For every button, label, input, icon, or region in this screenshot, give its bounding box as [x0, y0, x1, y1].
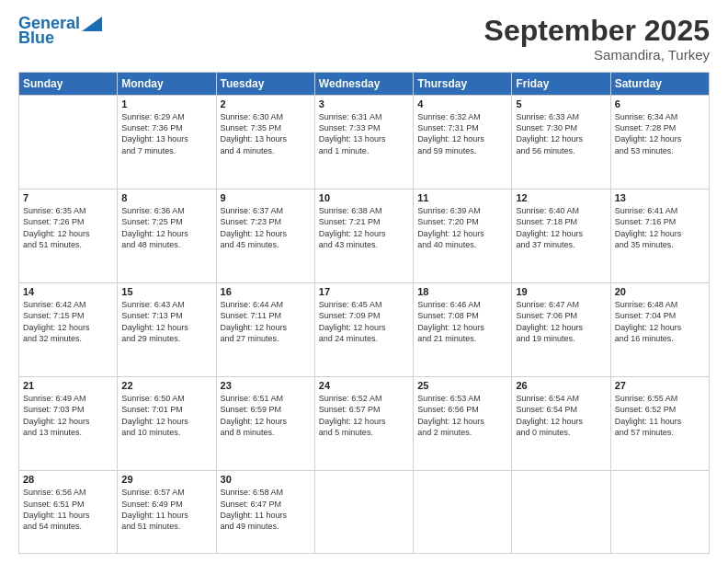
month-title: September 2025	[484, 15, 710, 47]
calendar-cell: 6Sunrise: 6:34 AM Sunset: 7:28 PM Daylig…	[610, 96, 709, 190]
day-number: 2	[221, 98, 311, 109]
day-number: 6	[615, 98, 705, 109]
cell-info: Sunrise: 6:46 AM Sunset: 7:08 PM Dayligh…	[417, 299, 507, 344]
calendar-cell: 19Sunrise: 6:47 AM Sunset: 7:06 PM Dayli…	[512, 283, 610, 377]
calendar-cell	[19, 96, 118, 190]
calendar-week-2: 7Sunrise: 6:35 AM Sunset: 7:26 PM Daylig…	[19, 190, 710, 283]
cell-info: Sunrise: 6:30 AM Sunset: 7:35 PM Dayligh…	[221, 111, 311, 156]
calendar-cell: 4Sunrise: 6:32 AM Sunset: 7:31 PM Daylig…	[414, 96, 512, 190]
title-block: September 2025 Samandira, Turkey	[484, 15, 710, 63]
header: General Blue September 2025 Samandira, T…	[18, 15, 710, 63]
cell-info: Sunrise: 6:45 AM Sunset: 7:09 PM Dayligh…	[319, 299, 409, 344]
calendar-cell	[610, 471, 709, 554]
svg-marker-0	[82, 17, 102, 31]
day-number: 9	[221, 192, 311, 203]
day-number: 15	[121, 286, 211, 297]
calendar-cell: 2Sunrise: 6:30 AM Sunset: 7:35 PM Daylig…	[216, 96, 314, 190]
calendar-cell: 15Sunrise: 6:43 AM Sunset: 7:13 PM Dayli…	[118, 283, 216, 377]
location-subtitle: Samandira, Turkey	[484, 47, 710, 63]
day-number: 16	[221, 286, 311, 297]
day-number: 17	[319, 286, 409, 297]
calendar-cell: 5Sunrise: 6:33 AM Sunset: 7:30 PM Daylig…	[512, 96, 610, 190]
calendar-cell: 14Sunrise: 6:42 AM Sunset: 7:15 PM Dayli…	[19, 283, 118, 377]
day-number: 1	[121, 98, 211, 109]
cell-info: Sunrise: 6:38 AM Sunset: 7:21 PM Dayligh…	[319, 205, 409, 250]
calendar-cell: 18Sunrise: 6:46 AM Sunset: 7:08 PM Dayli…	[414, 283, 512, 377]
cell-info: Sunrise: 6:56 AM Sunset: 6:51 PM Dayligh…	[23, 487, 113, 532]
cell-info: Sunrise: 6:39 AM Sunset: 7:20 PM Dayligh…	[417, 205, 507, 250]
day-number: 21	[23, 380, 113, 391]
cell-info: Sunrise: 6:53 AM Sunset: 6:56 PM Dayligh…	[417, 393, 507, 438]
col-friday: Friday	[512, 73, 610, 96]
day-number: 8	[121, 192, 211, 203]
cell-info: Sunrise: 6:34 AM Sunset: 7:28 PM Dayligh…	[615, 111, 705, 156]
day-number: 26	[516, 380, 606, 391]
day-number: 3	[319, 98, 409, 109]
day-number: 5	[516, 98, 606, 109]
day-number: 24	[319, 380, 409, 391]
calendar-cell: 7Sunrise: 6:35 AM Sunset: 7:26 PM Daylig…	[19, 190, 118, 283]
logo-blue-text: Blue	[18, 29, 54, 48]
day-number: 11	[417, 192, 507, 203]
day-number: 29	[121, 474, 211, 485]
cell-info: Sunrise: 6:50 AM Sunset: 7:01 PM Dayligh…	[121, 393, 211, 438]
day-number: 13	[615, 192, 705, 203]
calendar-week-3: 14Sunrise: 6:42 AM Sunset: 7:15 PM Dayli…	[19, 283, 710, 377]
day-number: 28	[23, 474, 113, 485]
calendar-cell: 3Sunrise: 6:31 AM Sunset: 7:33 PM Daylig…	[314, 96, 413, 190]
calendar-cell: 24Sunrise: 6:52 AM Sunset: 6:57 PM Dayli…	[314, 377, 413, 471]
cell-info: Sunrise: 6:37 AM Sunset: 7:23 PM Dayligh…	[221, 205, 311, 250]
day-number: 14	[23, 286, 113, 297]
cell-info: Sunrise: 6:52 AM Sunset: 6:57 PM Dayligh…	[319, 393, 409, 438]
calendar-week-1: 1Sunrise: 6:29 AM Sunset: 7:36 PM Daylig…	[19, 96, 710, 190]
cell-info: Sunrise: 6:49 AM Sunset: 7:03 PM Dayligh…	[23, 393, 113, 438]
cell-info: Sunrise: 6:40 AM Sunset: 7:18 PM Dayligh…	[516, 205, 606, 250]
day-number: 19	[516, 286, 606, 297]
col-tuesday: Tuesday	[216, 73, 314, 96]
cell-info: Sunrise: 6:41 AM Sunset: 7:16 PM Dayligh…	[615, 205, 705, 250]
calendar-cell: 1Sunrise: 6:29 AM Sunset: 7:36 PM Daylig…	[118, 96, 216, 190]
cell-info: Sunrise: 6:42 AM Sunset: 7:15 PM Dayligh…	[23, 299, 113, 344]
cell-info: Sunrise: 6:36 AM Sunset: 7:25 PM Dayligh…	[121, 205, 211, 250]
calendar-cell: 28Sunrise: 6:56 AM Sunset: 6:51 PM Dayli…	[19, 471, 118, 554]
cell-info: Sunrise: 6:44 AM Sunset: 7:11 PM Dayligh…	[221, 299, 311, 344]
calendar-cell	[314, 471, 413, 554]
calendar-cell: 8Sunrise: 6:36 AM Sunset: 7:25 PM Daylig…	[118, 190, 216, 283]
cell-info: Sunrise: 6:33 AM Sunset: 7:30 PM Dayligh…	[516, 111, 606, 156]
page: General Blue September 2025 Samandira, T…	[0, 0, 728, 563]
calendar-cell: 22Sunrise: 6:50 AM Sunset: 7:01 PM Dayli…	[118, 377, 216, 471]
calendar-week-4: 21Sunrise: 6:49 AM Sunset: 7:03 PM Dayli…	[19, 377, 710, 471]
calendar-cell: 20Sunrise: 6:48 AM Sunset: 7:04 PM Dayli…	[610, 283, 709, 377]
cell-info: Sunrise: 6:58 AM Sunset: 6:47 PM Dayligh…	[221, 487, 311, 532]
calendar-cell: 23Sunrise: 6:51 AM Sunset: 6:59 PM Dayli…	[216, 377, 314, 471]
calendar-cell: 26Sunrise: 6:54 AM Sunset: 6:54 PM Dayli…	[512, 377, 610, 471]
day-number: 12	[516, 192, 606, 203]
logo-icon	[82, 17, 102, 31]
cell-info: Sunrise: 6:55 AM Sunset: 6:52 PM Dayligh…	[615, 393, 705, 438]
cell-info: Sunrise: 6:57 AM Sunset: 6:49 PM Dayligh…	[121, 487, 211, 532]
day-number: 30	[221, 474, 311, 485]
day-number: 27	[615, 380, 705, 391]
calendar-cell: 13Sunrise: 6:41 AM Sunset: 7:16 PM Dayli…	[610, 190, 709, 283]
cell-info: Sunrise: 6:35 AM Sunset: 7:26 PM Dayligh…	[23, 205, 113, 250]
cell-info: Sunrise: 6:29 AM Sunset: 7:36 PM Dayligh…	[121, 111, 211, 156]
calendar-cell: 11Sunrise: 6:39 AM Sunset: 7:20 PM Dayli…	[414, 190, 512, 283]
logo: General Blue	[18, 15, 102, 48]
calendar-cell: 16Sunrise: 6:44 AM Sunset: 7:11 PM Dayli…	[216, 283, 314, 377]
calendar-cell: 27Sunrise: 6:55 AM Sunset: 6:52 PM Dayli…	[610, 377, 709, 471]
calendar-cell: 10Sunrise: 6:38 AM Sunset: 7:21 PM Dayli…	[314, 190, 413, 283]
calendar-cell: 29Sunrise: 6:57 AM Sunset: 6:49 PM Dayli…	[118, 471, 216, 554]
col-wednesday: Wednesday	[314, 73, 413, 96]
cell-info: Sunrise: 6:47 AM Sunset: 7:06 PM Dayligh…	[516, 299, 606, 344]
calendar-cell: 12Sunrise: 6:40 AM Sunset: 7:18 PM Dayli…	[512, 190, 610, 283]
calendar-cell: 17Sunrise: 6:45 AM Sunset: 7:09 PM Dayli…	[314, 283, 413, 377]
header-row: Sunday Monday Tuesday Wednesday Thursday…	[19, 73, 710, 96]
calendar-cell	[512, 471, 610, 554]
day-number: 20	[615, 286, 705, 297]
day-number: 22	[121, 380, 211, 391]
col-monday: Monday	[118, 73, 216, 96]
day-number: 4	[417, 98, 507, 109]
cell-info: Sunrise: 6:54 AM Sunset: 6:54 PM Dayligh…	[516, 393, 606, 438]
cell-info: Sunrise: 6:32 AM Sunset: 7:31 PM Dayligh…	[417, 111, 507, 156]
day-number: 7	[23, 192, 113, 203]
